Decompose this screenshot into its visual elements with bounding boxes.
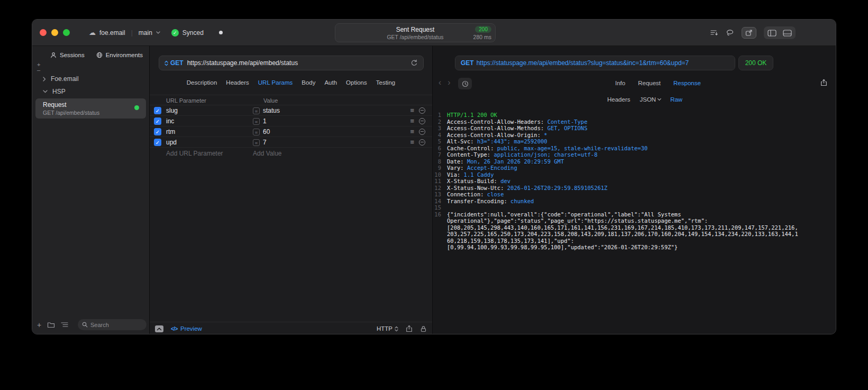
tab-response[interactable]: Response	[673, 80, 701, 86]
preview-label: Preview	[180, 325, 202, 332]
chevron-down-icon	[156, 31, 160, 34]
param-value-field[interactable]: 60	[263, 128, 270, 135]
branch-name[interactable]: main	[139, 29, 152, 37]
param-value-field[interactable]: 7	[263, 139, 267, 146]
add-param-row[interactable]: Add URL ParameterAdd Value	[150, 148, 432, 158]
duration-label: 280 ms	[473, 34, 491, 40]
param-table-header: URL Parameter Value	[150, 95, 432, 105]
clock-icon	[462, 80, 469, 87]
response-line: 12X-Status-Now-Utc: 2026-01-26T20:29:59.…	[433, 185, 832, 192]
row-menu-icon[interactable]: ≡	[410, 138, 414, 146]
sort-lines-icon[interactable]	[710, 29, 718, 37]
preview-button[interactable]: </> Preview	[171, 325, 202, 332]
tab-description[interactable]: Description	[187, 79, 217, 86]
param-checkbox[interactable]: ✓	[154, 128, 161, 135]
chevron-down-icon	[657, 97, 661, 101]
subtab-raw[interactable]: Raw	[670, 96, 682, 103]
row-menu-icon[interactable]: ≡	[410, 128, 414, 135]
sent-url: https://statuspage.me/api/embed/status?s…	[477, 59, 689, 67]
new-request-button[interactable]: +	[37, 322, 41, 328]
request-editor-panel: GET https://statuspage.me/api/embed/stat…	[150, 46, 433, 334]
chevron-down-icon	[43, 90, 48, 93]
new-folder-icon[interactable]	[47, 321, 55, 328]
zoom-window-button[interactable]	[63, 29, 70, 36]
row-remove-icon[interactable]	[419, 139, 425, 146]
param-name-field[interactable]: slug	[166, 107, 178, 114]
column-header-name: URL Parameter	[166, 97, 206, 104]
row-remove-icon[interactable]	[419, 107, 425, 114]
list-view-icon[interactable]	[61, 322, 69, 328]
tab-options[interactable]: Options	[346, 79, 367, 86]
search-icon	[82, 322, 88, 328]
tab-request[interactable]: Request	[638, 80, 661, 86]
lasso-icon[interactable]	[726, 29, 734, 37]
sent-request-line[interactable]: GET https://statuspage.me/api/embed/stat…	[455, 56, 735, 70]
row-remove-icon[interactable]	[419, 118, 425, 124]
param-name-field[interactable]: inc	[166, 117, 174, 125]
history-button[interactable]	[458, 78, 472, 89]
subtab-headers[interactable]: Headers	[607, 96, 630, 103]
share-icon[interactable]	[820, 79, 827, 86]
tree-item-foe-email[interactable]: Foe.email	[32, 72, 149, 85]
url-input[interactable]: https://statuspage.me/api/embed/status	[187, 59, 298, 67]
tab-environments[interactable]: Environments	[96, 52, 143, 58]
remove-item-button[interactable]: –	[37, 67, 40, 72]
param-checkbox[interactable]: ✓	[154, 139, 161, 146]
add-param-value[interactable]: Add Value	[253, 150, 282, 157]
history-back-icon[interactable]: ‹	[438, 78, 441, 87]
subtab-json[interactable]: JSON	[639, 96, 661, 103]
response-line: 7Content-Type: application/json; charset…	[433, 151, 832, 158]
minimize-window-button[interactable]	[51, 29, 58, 36]
request-summary-pill[interactable]: Sent Request GET /api/embed/status 200 2…	[335, 23, 496, 42]
request-item-title: Request	[43, 101, 146, 108]
param-name-field[interactable]: rtm	[166, 128, 175, 135]
request-list-item-selected[interactable]: Request GET /api/embed/status	[35, 98, 146, 119]
response-line: 9Vary: Accept-Encoding	[433, 165, 832, 171]
row-menu-icon[interactable]: ≡	[410, 106, 414, 114]
close-window-button[interactable]	[40, 29, 47, 36]
tab-headers[interactable]: Headers	[226, 79, 249, 86]
method-select[interactable]: GET	[165, 59, 184, 67]
row-remove-icon[interactable]	[419, 129, 425, 135]
session-tree: Foe.email HSP	[32, 72, 149, 98]
param-checkbox[interactable]: ✓	[154, 107, 161, 114]
param-name-field[interactable]: upd	[166, 139, 177, 146]
param-value-field[interactable]: 1	[263, 117, 267, 125]
tab-sessions[interactable]: Sessions	[50, 52, 85, 58]
expand-tabbar-icon[interactable]	[155, 325, 163, 332]
protocol-select[interactable]: HTTP	[377, 325, 398, 332]
param-checkbox[interactable]: ✓	[154, 117, 161, 125]
response-line: 4Access-Control-Allow-Origin: *	[433, 132, 832, 139]
project-name[interactable]: foe.email	[99, 29, 125, 37]
param-value-field[interactable]: status	[263, 107, 280, 114]
response-body[interactable]: 1HTTP/1.1 200 OK2Access-Control-Allow-He…	[433, 112, 832, 251]
cloud-icon: ☁	[89, 29, 96, 37]
search-input[interactable]	[90, 322, 139, 328]
summary-title: Sent Request	[335, 26, 495, 33]
request-editor-footer: </> Preview HTTP	[150, 322, 432, 334]
tab-auth[interactable]: Auth	[324, 79, 337, 86]
tab-url-params[interactable]: URL Params	[258, 79, 293, 86]
history-forward-icon[interactable]: ›	[447, 78, 450, 87]
tab-info[interactable]: Info	[615, 80, 625, 86]
bottom-panel-toggle-icon[interactable]	[783, 29, 792, 37]
param-row: ✓ slug = status ≡	[150, 105, 432, 116]
sidebar: Sessions Environments + – Foe.email	[32, 46, 150, 334]
response-line: 14Transfer-Encoding: chunked	[433, 198, 832, 205]
sidebar-toggle-icon[interactable]	[768, 29, 776, 37]
url-bar[interactable]: GET https://statuspage.me/api/embed/stat…	[159, 56, 424, 70]
tab-body[interactable]: Body	[301, 79, 315, 86]
tab-testing[interactable]: Testing	[376, 79, 395, 86]
tree-item-label: Foe.email	[51, 75, 79, 83]
resend-icon[interactable]	[410, 59, 418, 67]
row-menu-icon[interactable]: ≡	[410, 117, 414, 125]
tree-item-hsp[interactable]: HSP	[32, 85, 149, 98]
lock-icon[interactable]	[420, 325, 427, 332]
share-icon[interactable]	[406, 325, 413, 332]
sidebar-search[interactable]	[78, 319, 147, 330]
add-param-name[interactable]: Add URL Parameter	[166, 150, 223, 157]
export-request-button[interactable]	[742, 27, 756, 39]
response-line: 15	[433, 204, 832, 211]
param-row: ✓ inc = 1 ≡	[150, 116, 432, 126]
status-code-badge: 200	[475, 26, 491, 33]
